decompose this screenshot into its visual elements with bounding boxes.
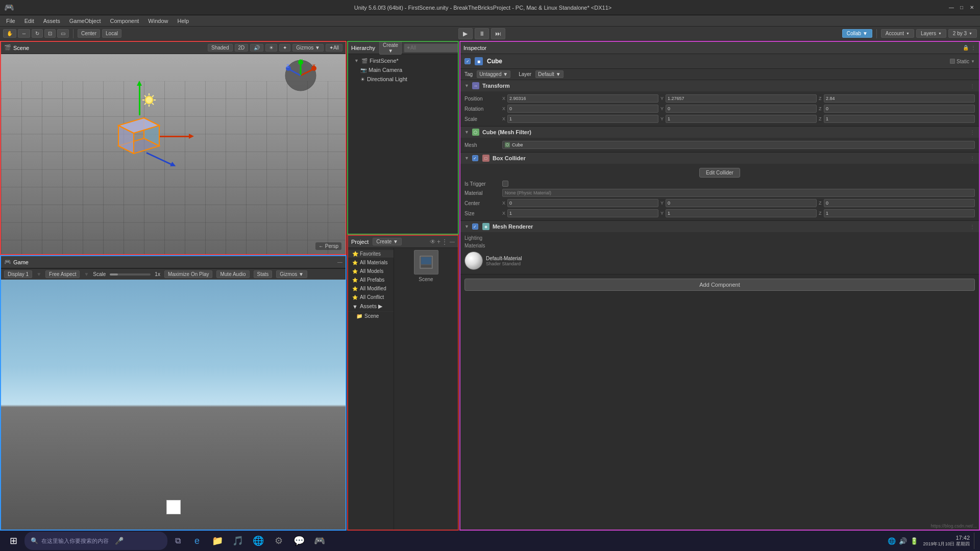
position-y-input[interactable] bbox=[666, 94, 817, 103]
project-options-button[interactable]: ⋮ bbox=[442, 238, 448, 245]
play-button[interactable]: ▶ bbox=[458, 28, 473, 39]
hierarchy-camera-item[interactable]: 📷 Main Camera bbox=[348, 65, 458, 74]
mute-button[interactable]: Mute Audio bbox=[216, 270, 249, 278]
tray-network-icon[interactable]: 🌐 bbox=[887, 536, 896, 545]
project-create-button[interactable]: Create ▼ bbox=[373, 238, 402, 245]
audio-button[interactable]: 🔊 bbox=[250, 44, 263, 52]
lighting-button[interactable]: ☀ bbox=[265, 44, 277, 52]
task-view-button[interactable]: ⧉ bbox=[169, 533, 186, 549]
tool-move[interactable]: ↔ bbox=[18, 29, 30, 38]
project-all-conflict[interactable]: ⭐ All Conflict bbox=[348, 293, 394, 302]
add-component-button[interactable]: Add Component bbox=[464, 279, 975, 291]
tool-scale[interactable]: ⊡ bbox=[44, 29, 56, 38]
position-z-input[interactable] bbox=[824, 94, 975, 103]
inspector-lock-icon[interactable]: 🔒 bbox=[963, 45, 969, 51]
menu-window[interactable]: Window bbox=[144, 17, 172, 25]
taskbar-mic-button[interactable]: 🎤 bbox=[112, 534, 126, 548]
taskbar-explorer-app[interactable]: 📁 bbox=[208, 532, 227, 550]
hierarchy-create-button[interactable]: Create ▼ bbox=[379, 41, 402, 55]
scale-z-input[interactable] bbox=[824, 115, 975, 123]
is-trigger-checkbox[interactable] bbox=[502, 181, 508, 187]
project-close[interactable]: — bbox=[450, 239, 455, 244]
material-name[interactable]: Default-Material bbox=[486, 256, 975, 261]
taskbar-chat-app[interactable]: 💬 bbox=[290, 532, 308, 550]
shading-button[interactable]: Shaded bbox=[208, 44, 232, 52]
taskbar-gear-app[interactable]: ⚙ bbox=[270, 532, 288, 550]
taskbar-unity-app[interactable]: 🎮 bbox=[310, 532, 329, 550]
size-x-input[interactable] bbox=[507, 209, 658, 217]
size-z-input[interactable] bbox=[824, 209, 975, 217]
2d-button[interactable]: 2D bbox=[235, 44, 249, 52]
tag-dropdown[interactable]: Untagged ▼ bbox=[477, 70, 510, 78]
project-eye-button[interactable]: 👁 bbox=[430, 238, 436, 245]
mesh-field[interactable]: ⬡ Cube bbox=[502, 141, 975, 149]
object-enable-checkbox[interactable]: ✓ bbox=[464, 58, 471, 64]
menu-gameobject[interactable]: GameObject bbox=[65, 17, 105, 25]
start-button[interactable]: ⊞ bbox=[4, 532, 22, 550]
aspect-button[interactable]: Free Aspect bbox=[45, 270, 80, 278]
scene-asset-icon[interactable] bbox=[414, 250, 438, 274]
scale-slider[interactable] bbox=[110, 273, 151, 276]
collab-button[interactable]: Collab ▼ bbox=[842, 29, 872, 38]
layers-button[interactable]: Layers bbox=[916, 29, 946, 38]
maximize-button[interactable]: Maximize On Play bbox=[164, 270, 213, 278]
game-viewport[interactable] bbox=[1, 280, 346, 530]
size-y-input[interactable] bbox=[666, 209, 817, 217]
taskbar-search-box[interactable]: 🔍 在这里输入你要搜索的内容 🎤 bbox=[24, 532, 167, 550]
edit-collider-button[interactable]: Edit Collider bbox=[699, 168, 740, 178]
show-desktop-button[interactable] bbox=[974, 533, 976, 549]
box-collider-header[interactable]: ▼ ✓ □ Box Collider ⋮ bbox=[460, 153, 979, 164]
inspector-tab[interactable]: Inspector bbox=[463, 45, 486, 51]
step-button[interactable]: ⏭ bbox=[491, 28, 505, 39]
stats-button[interactable]: Stats bbox=[254, 270, 273, 278]
static-toggle[interactable]: Static ▼ bbox=[950, 59, 975, 64]
project-assets-scene[interactable]: 📁 Scene bbox=[348, 312, 394, 320]
menu-file[interactable]: File bbox=[2, 17, 19, 25]
mesh-filter-options[interactable]: ⋮ bbox=[970, 130, 975, 135]
rotation-z-input[interactable] bbox=[824, 105, 975, 113]
assets-section[interactable]: ▼ Assets ▶ bbox=[348, 302, 394, 312]
hierarchy-scene-item[interactable]: ▼ 🎬 FirstScene* bbox=[348, 56, 458, 65]
hierarchy-tab[interactable]: Hierarchy bbox=[351, 45, 375, 51]
static-dropdown-arrow[interactable]: ▼ bbox=[971, 59, 975, 64]
minimize-button[interactable]: — bbox=[947, 4, 955, 12]
game-collapse[interactable]: — bbox=[337, 259, 342, 265]
project-all-prefabs[interactable]: ⭐ All Prefabs bbox=[348, 276, 394, 284]
project-all-models[interactable]: ⭐ All Models bbox=[348, 267, 394, 276]
center-x-input[interactable] bbox=[507, 199, 658, 207]
center-z-input[interactable] bbox=[824, 199, 975, 207]
fx-button[interactable]: ✦ bbox=[279, 44, 290, 52]
mesh-renderer-header[interactable]: ▼ ✓ ◈ Mesh Renderer ⋮ bbox=[460, 221, 979, 232]
rotation-y-input[interactable] bbox=[666, 105, 817, 113]
tray-battery-icon[interactable]: 🔋 bbox=[910, 536, 919, 545]
menu-edit[interactable]: Edit bbox=[20, 17, 38, 25]
taskbar-clock[interactable]: 17:42 2019年1月10日 星期四 bbox=[921, 534, 972, 548]
box-collider-options[interactable]: ⋮ bbox=[970, 156, 975, 161]
gizmos-button[interactable]: Gizmos ▼ bbox=[292, 44, 324, 52]
rotation-x-input[interactable] bbox=[507, 105, 658, 113]
taskbar-chrome-app[interactable]: 🌐 bbox=[249, 532, 267, 550]
hierarchy-light-item[interactable]: ☀ Directional Light bbox=[348, 74, 458, 84]
close-button[interactable]: ✕ bbox=[968, 4, 976, 12]
hierarchy-search-input[interactable] bbox=[404, 43, 459, 53]
menu-component[interactable]: Component bbox=[106, 17, 143, 25]
project-add-button[interactable]: + bbox=[437, 238, 440, 245]
tool-hand[interactable]: ✋ bbox=[3, 29, 16, 38]
center-y-input[interactable] bbox=[666, 199, 817, 207]
transform-options[interactable]: ⋮ bbox=[970, 83, 975, 89]
menu-help[interactable]: Help bbox=[173, 17, 193, 25]
menu-assets[interactable]: Assets bbox=[39, 17, 64, 25]
pause-button[interactable]: ⏸ bbox=[475, 28, 489, 39]
tool-rect[interactable]: ▭ bbox=[57, 29, 69, 38]
scene-viewport[interactable]: X Y Z ← Persp bbox=[1, 54, 346, 254]
layer-dropdown[interactable]: Default ▼ bbox=[535, 70, 563, 78]
space-button[interactable]: Local bbox=[102, 29, 121, 38]
pivot-button[interactable]: Center bbox=[78, 29, 100, 38]
scene-tab[interactable]: 🎬 Scene bbox=[4, 44, 29, 51]
display-button[interactable]: Display 1 bbox=[4, 270, 32, 278]
scale-x-input[interactable] bbox=[507, 115, 658, 123]
project-all-modified[interactable]: ⭐ All Modified bbox=[348, 284, 394, 293]
object-name[interactable]: Cube bbox=[487, 58, 946, 65]
scale-y-input[interactable] bbox=[666, 115, 817, 123]
collider-material-field[interactable]: None (Physic Material) bbox=[502, 189, 975, 197]
